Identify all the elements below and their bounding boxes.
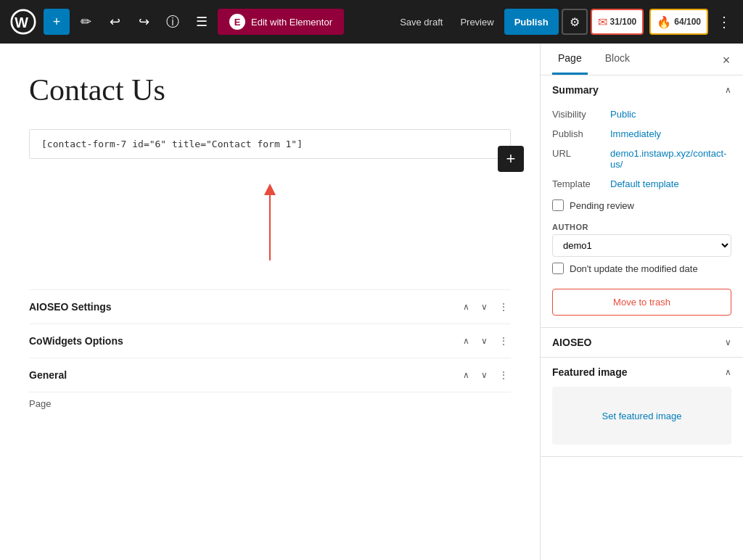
meta-box-general: General ∧ ∨ ⋮	[29, 358, 511, 392]
more-options-button[interactable]: ⋮	[711, 9, 737, 35]
arrow-shaft	[269, 195, 271, 260]
add-block-icon: +	[506, 149, 516, 168]
pending-review-checkbox[interactable]	[552, 199, 564, 211]
list-icon: ☰	[196, 14, 208, 30]
aioseo-section: AIOSEO ∨	[541, 328, 743, 358]
pending-review-row: Pending review	[552, 194, 731, 217]
meta-box-cowidgets-header[interactable]: CoWidgets Options ∧ ∨ ⋮	[29, 324, 511, 358]
undo-icon: ↩	[110, 14, 120, 30]
aioseo-section-title: AIOSEO	[552, 337, 725, 348]
seo-flame-icon: 🔥	[657, 15, 671, 29]
visibility-row: Visibility Public	[552, 104, 731, 124]
add-block-button[interactable]: +	[498, 146, 524, 172]
meta-box-general-title: General	[29, 369, 460, 381]
featured-image-body: Set featured image	[541, 387, 743, 456]
summary-section: Summary ∧ Visibility Public Publish Imme…	[541, 75, 743, 328]
page-title: Contact Us	[29, 73, 511, 107]
save-draft-button[interactable]: Save draft	[393, 9, 450, 35]
pencil-icon: ✏	[81, 14, 91, 30]
close-icon: ×	[723, 53, 731, 68]
meta-box-cowidgets-controls: ∧ ∨ ⋮	[460, 334, 511, 347]
url-row: URL demo1.instawp.xyz/contact-us/	[552, 144, 731, 174]
summary-section-header[interactable]: Summary ∧	[541, 75, 743, 104]
settings-button[interactable]: ⚙	[562, 9, 588, 35]
pencil-button[interactable]: ✏	[73, 9, 99, 35]
shortcode-block[interactable]: [contact-form-7 id="6" title="Contact fo…	[29, 129, 511, 159]
info-icon: ⓘ	[166, 13, 179, 30]
tab-block[interactable]: Block	[599, 44, 636, 75]
gear-icon: ⚙	[570, 15, 580, 29]
edit-with-elementor-button[interactable]: E Edit with Elementor	[218, 9, 344, 35]
elementor-icon: E	[229, 14, 245, 30]
arrow-head	[264, 184, 276, 195]
dont-update-date-row: Don't update the modified date	[552, 257, 731, 280]
meta-box-aioseo-header[interactable]: AIOSEO Settings ∧ ∨ ⋮	[29, 290, 511, 324]
author-section-label: AUTHOR	[552, 217, 731, 234]
meta-box-aioseo-controls: ∧ ∨ ⋮	[460, 300, 511, 313]
meta-box-cowidgets: CoWidgets Options ∧ ∨ ⋮	[29, 324, 511, 358]
meta-box-aioseo-drag[interactable]: ⋮	[496, 300, 511, 313]
template-label: Template	[552, 178, 610, 189]
redo-button[interactable]: ↪	[131, 9, 157, 35]
template-row: Template Default template	[552, 174, 731, 194]
list-view-button[interactable]: ☰	[189, 9, 215, 35]
info-button[interactable]: ⓘ	[160, 9, 186, 35]
move-to-trash-button[interactable]: Move to trash	[552, 289, 731, 316]
sidebar-close-button[interactable]: ×	[715, 49, 737, 71]
editor-area: Contact Us [contact-form-7 id="6" title=…	[0, 44, 540, 560]
preview-button[interactable]: Preview	[453, 9, 501, 35]
meta-box-cowidgets-title: CoWidgets Options	[29, 335, 460, 347]
undo-button[interactable]: ↩	[102, 9, 128, 35]
aioseo-score-badge[interactable]: ✉ 31/100	[591, 9, 644, 35]
meta-boxes: AIOSEO Settings ∧ ∨ ⋮ CoWidgets Options …	[29, 289, 511, 392]
meta-box-cowidgets-drag[interactable]: ⋮	[496, 334, 511, 347]
right-sidebar: Page Block × Summary ∧ Visibility Public	[540, 44, 743, 560]
dont-update-date-checkbox[interactable]	[552, 263, 564, 274]
set-featured-image-button[interactable]: Set featured image	[552, 387, 731, 445]
svg-text:W: W	[15, 15, 28, 30]
meta-box-general-down[interactable]: ∨	[478, 368, 490, 382]
tab-page[interactable]: Page	[552, 44, 588, 75]
publish-label: Publish	[552, 128, 610, 139]
page-footer-label: Page	[29, 398, 511, 409]
shortcode-block-wrapper: [contact-form-7 id="6" title="Contact fo…	[29, 129, 511, 159]
plus-icon: +	[53, 15, 61, 30]
aioseo-collapse-icon: ∨	[725, 337, 731, 347]
seo-score-badge[interactable]: 🔥 64/100	[649, 9, 708, 35]
meta-box-general-header[interactable]: General ∧ ∨ ⋮	[29, 358, 511, 392]
aioseo-envelope-icon: ✉	[598, 15, 607, 29]
meta-box-cowidgets-up[interactable]: ∧	[460, 334, 472, 347]
meta-box-general-drag[interactable]: ⋮	[496, 368, 511, 382]
author-select[interactable]: demo1	[552, 234, 731, 257]
meta-box-aioseo-up[interactable]: ∧	[460, 300, 472, 313]
redo-icon: ↪	[139, 14, 149, 30]
meta-box-aioseo: AIOSEO Settings ∧ ∨ ⋮	[29, 290, 511, 324]
summary-title: Summary	[552, 84, 725, 96]
meta-box-general-up[interactable]: ∧	[460, 368, 472, 382]
aioseo-score-value: 31/100	[610, 17, 637, 27]
publish-value[interactable]: Immediately	[610, 128, 661, 139]
meta-box-cowidgets-down[interactable]: ∨	[478, 334, 490, 347]
publish-button[interactable]: Publish	[504, 9, 559, 35]
seo-score-value: 64/100	[674, 17, 701, 27]
dont-update-date-label: Don't update the modified date	[570, 263, 698, 274]
add-block-toolbar-button[interactable]: +	[44, 9, 70, 35]
main-toolbar: W + ✏ ↩ ↪ ⓘ ☰ E Edit with Elementor Save…	[0, 0, 743, 44]
url-value[interactable]: demo1.instawp.xyz/contact-us/	[610, 148, 731, 170]
template-value[interactable]: Default template	[610, 178, 679, 189]
featured-image-collapse-icon: ∧	[725, 367, 731, 377]
meta-box-aioseo-title: AIOSEO Settings	[29, 301, 460, 313]
sidebar-tabs: Page Block ×	[541, 44, 743, 75]
meta-box-aioseo-down[interactable]: ∨	[478, 300, 490, 313]
wp-logo: W	[6, 0, 41, 44]
shortcode-content: [contact-form-7 id="6" title="Contact fo…	[41, 139, 303, 149]
pending-review-label: Pending review	[570, 200, 634, 211]
url-label: URL	[552, 148, 610, 159]
arrow-up-visual	[264, 184, 276, 260]
featured-image-section: Featured image ∧ Set featured image	[541, 358, 743, 457]
aioseo-section-header[interactable]: AIOSEO ∨	[541, 328, 743, 357]
visibility-label: Visibility	[552, 109, 610, 120]
featured-image-header[interactable]: Featured image ∧	[541, 358, 743, 387]
visibility-value[interactable]: Public	[610, 109, 636, 120]
more-icon: ⋮	[717, 13, 731, 30]
